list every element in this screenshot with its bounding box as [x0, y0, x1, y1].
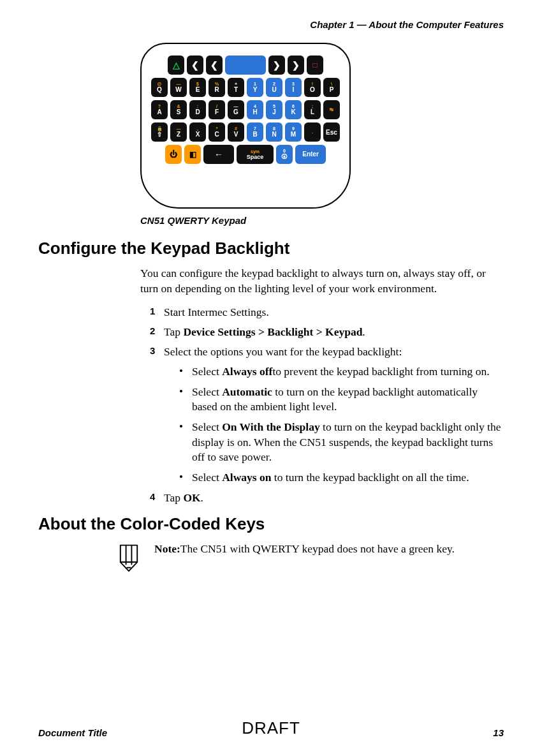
keypad-key: 5J	[266, 100, 282, 119]
keypad-key: /F	[209, 100, 225, 119]
keypad-key: □	[307, 56, 323, 75]
step-2: Tap Device Settings > Backlight > Keypad…	[150, 325, 504, 340]
keypad-key	[225, 56, 266, 75]
section-heading-colorkeys: About the Color-Coded Keys	[38, 514, 504, 534]
step-1: Start Intermec Settings.	[150, 305, 504, 320]
keypad-key: 6K	[285, 100, 302, 119]
option-always-on: Select Always on to turn the keypad back…	[178, 470, 504, 485]
draft-watermark: DRAFT	[242, 718, 300, 738]
keypad-key: ❮	[206, 56, 223, 75]
keypad-key: 4H	[247, 100, 263, 119]
pencil-icon	[115, 542, 143, 576]
keypad-key: 0⦿	[276, 145, 293, 164]
keypad-key: ❮	[187, 56, 203, 75]
keypad-key: $E	[189, 78, 206, 97]
keypad-key: symSpace	[237, 145, 274, 164]
keypad-key: ,X	[189, 122, 206, 142]
keypad-key: Esc	[323, 122, 340, 142]
keypad-key: —Z	[170, 122, 187, 142]
keypad-figure: △❮❮❯❯□ @Q—W$E%R+T1Y2U3I!O\P ?A&S:D/F—G4H…	[140, 43, 357, 209]
keypad-key: !O	[304, 78, 321, 97]
figure-caption: CN51 QWERTY Keypad	[140, 215, 504, 226]
keypad-key: ;L	[304, 100, 321, 119]
keypad-key: ↹	[323, 100, 340, 119]
keypad-key: Enter	[295, 145, 326, 164]
keypad-key: ◧	[184, 145, 201, 164]
intro-paragraph: You can configure the keypad backlight t…	[140, 266, 504, 296]
section-heading-configure: Configure the Keypad Backlight	[38, 239, 504, 258]
keypad-key: @Q	[151, 78, 168, 97]
keypad-key: ❯	[268, 56, 285, 75]
keypad-key: 8N	[266, 122, 282, 142]
keypad-key: 🔒⇧	[151, 122, 168, 142]
keypad-key: 2U	[266, 78, 282, 97]
keypad-key: ?A	[151, 100, 168, 119]
keypad-key: #V	[228, 122, 244, 142]
keypad-key: %R	[209, 78, 225, 97]
option-on-with-display: Select On With the Display to turn on th…	[178, 420, 504, 465]
note-text: Note:The CN51 with QWERTY keypad does no…	[154, 542, 504, 557]
options-list: Select Always offto prevent the keypad b…	[178, 364, 504, 485]
keypad-key: 9M	[285, 122, 302, 142]
step-4: Tap OK.	[150, 491, 504, 506]
footer-page-number: 13	[493, 727, 504, 738]
keypad-key: *C	[209, 122, 225, 142]
keypad-key: 7B	[247, 122, 263, 142]
keypad-key: ⏻	[165, 145, 182, 164]
keypad-key: :D	[189, 100, 206, 119]
keypad-key: —G	[228, 100, 244, 119]
page-footer: Document Title DRAFT 13	[38, 727, 504, 738]
keypad-key: ←	[203, 145, 234, 164]
steps-list: Start Intermec Settings. Tap Device Sett…	[150, 305, 504, 505]
footer-doc-title: Document Title	[38, 727, 107, 738]
keypad-key: +T	[228, 78, 244, 97]
keypad-key: ❯	[288, 56, 304, 75]
note-block: Note:The CN51 with QWERTY keypad does no…	[115, 542, 504, 576]
option-automatic: Select Automatic to turn on the keypad b…	[178, 385, 504, 415]
keypad-key: &S	[170, 100, 187, 119]
keypad-key: △	[168, 56, 184, 75]
option-always-off: Select Always offto prevent the keypad b…	[178, 364, 504, 380]
keypad-key: \P	[323, 78, 340, 97]
step-3: Select the options you want for the keyp…	[150, 345, 504, 485]
keypad-key: 1Y	[247, 78, 263, 97]
running-head: Chapter 1 — About the Computer Features	[38, 19, 504, 30]
keypad-key: 3I	[285, 78, 302, 97]
keypad-key: .	[304, 122, 321, 142]
keypad-key: —W	[170, 78, 187, 97]
keypad: △❮❮❯❯□ @Q—W$E%R+T1Y2U3I!O\P ?A&S:D/F—G4H…	[140, 43, 351, 209]
